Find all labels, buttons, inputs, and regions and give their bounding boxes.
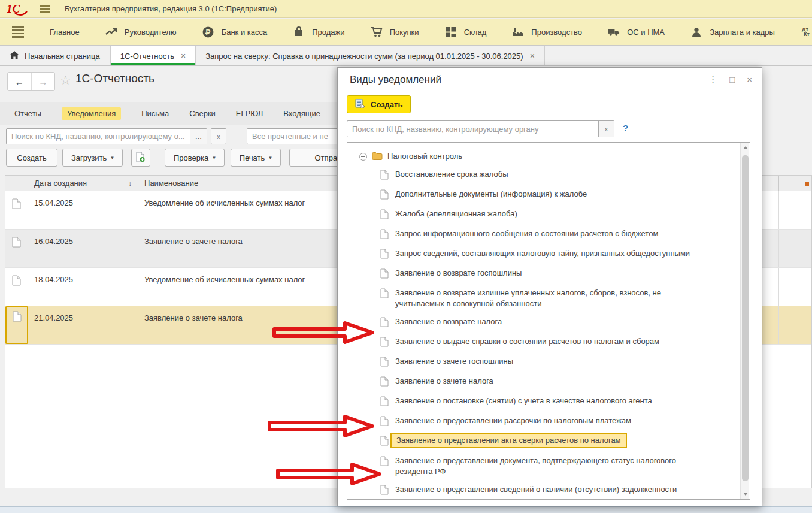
help-link[interactable]: ? [623,123,628,133]
close-icon[interactable]: × [530,51,535,61]
menu-item-pokupki[interactable]: Покупки [371,26,419,38]
scroll-up-icon[interactable] [741,143,750,152]
document-icon [380,288,389,300]
button-label: Создать [371,100,402,109]
notification-type-item[interactable]: Запрос сведений, составляющих налоговую … [347,245,740,264]
menu-item-operations[interactable]: ДтКт [801,27,804,37]
menu-item-glavnoe[interactable]: Главное [50,28,80,37]
button-label: Проверка [174,153,208,162]
notification-type-item[interactable]: Заявление о возврате налога [347,313,740,333]
back-button[interactable]: ← [8,73,31,90]
menu-item-proizvodstvo[interactable]: Производство [512,26,582,38]
notification-type-item[interactable]: Дополнительные документы (информация) к … [347,185,740,205]
notification-type-item[interactable]: Заявление о постановке (снятии) с учета … [347,392,740,412]
notification-type-item[interactable]: Заявление о зачете налога [347,372,740,392]
open-windows-tabbar: Начальная страница 1С-Отчетность × Запро… [0,46,812,66]
menu-item-rukovoditelyu[interactable]: Руководителю [105,26,177,38]
collapse-icon[interactable] [359,153,367,161]
tree-folder-tax-control[interactable]: Налоговый контроль [347,147,740,165]
sections-menubar: Главное Руководителю P Банк и касса Прод… [0,19,812,46]
tab-sverka-request[interactable]: Запрос на сверку: Справка о принадлежнос… [196,46,545,65]
create-button[interactable]: Создать [6,149,57,167]
notification-type-item[interactable]: Заявление о представлении документа, под… [347,452,740,481]
notification-type-item[interactable]: Заявление о возврате госпошлины [347,264,740,284]
dialog-search-input[interactable] [347,121,598,137]
menu-item-prodazhi[interactable]: Продажи [293,26,344,38]
svg-text:1С: 1С [7,2,20,15]
document-icon [380,337,389,349]
notification-type-item[interactable]: Жалоба (апелляционная жалоба) [347,205,740,225]
row-date: 16.04.2025 [28,230,138,267]
tab-pisma[interactable]: Письма [141,109,169,118]
maximize-icon[interactable]: □ [729,74,735,85]
notification-type-item-highlighted[interactable]: Заявление о представлении акта сверки ра… [347,431,740,452]
tab-otchety[interactable]: Отчеты [14,109,41,118]
ruble-icon: P [202,26,214,38]
document-icon [12,198,21,211]
folder-icon [372,152,383,162]
button-label: Печать [240,153,265,162]
menu-label: Банк и касса [222,28,268,37]
document-icon [380,396,389,408]
load-button[interactable]: Загрузить ▾ [62,149,123,167]
favorite-star-icon[interactable]: ☆ [60,73,71,87]
menu-item-os-nma[interactable]: ОС и НМА [608,26,665,38]
notification-type-item[interactable]: Заявление о зачете госпошлины [347,352,740,372]
menu-label: Руководителю [125,28,177,37]
document-icon [13,311,22,324]
dialog-create-button[interactable]: Создать [347,95,411,113]
app-window: 1С Бухгалтерия предприятия, редакция 3.0… [0,0,812,513]
main-menu-icon[interactable] [40,5,50,13]
tab-label: 1С-Отчетность [120,52,174,61]
print-button[interactable]: Печать ▾ [231,149,281,167]
page-title: 1С-Отчетность [75,72,154,85]
notification-types-tree: Налоговый контроль Восстановление срока … [347,143,740,499]
notification-type-item[interactable]: Заявление о возврате излишне уплаченных … [347,284,740,313]
notification-type-item[interactable]: Восстановление срока жалобы [347,165,740,185]
dialog-search-clear-button[interactable]: x [598,121,614,137]
notification-type-item[interactable]: Заявление о выдаче справки о состоянии р… [347,333,740,352]
notification-type-item[interactable]: Заявление о предоставлении рассрочки по … [347,412,740,431]
column-header-date[interactable]: Дата создания [34,179,87,188]
tab-1c-reporting[interactable]: 1С-Отчетность × [110,46,196,65]
check-button[interactable]: Проверка ▾ [165,149,225,167]
truck-icon [608,26,620,38]
tab-sverki[interactable]: Сверки [189,109,216,118]
dialog-list-scrollbar[interactable] [740,143,749,499]
forward-button[interactable]: → [31,73,55,90]
document-icon [380,376,389,388]
row-date: 21.04.2025 [28,306,138,344]
tab-label: Начальная страница [25,52,100,61]
tab-vkhodyashchie[interactable]: Входящие [283,109,320,118]
functions-menu-icon[interactable] [12,26,24,38]
1c-logo: 1С [6,2,28,16]
scroll-down-icon[interactable] [741,490,750,499]
menu-item-bank-kassa[interactable]: P Банк и касса [202,26,268,38]
icon-column-header [5,176,28,191]
dialog-title: Виды уведомлений [350,74,441,86]
load-from-file-button[interactable] [131,149,150,167]
document-icon [380,456,389,468]
close-icon[interactable]: × [181,51,186,61]
scrollbar-thumb[interactable] [742,155,749,481]
notification-types-list: Налоговый контроль Восстановление срока … [347,142,750,500]
menu-item-sklad[interactable]: Склад [445,26,487,38]
search-input[interactable] [7,129,190,144]
tab-egrul[interactable]: ЕГРЮЛ [236,109,263,118]
notification-type-item[interactable]: Запрос информационного сообщения о состо… [347,225,740,245]
close-icon[interactable]: × [747,74,752,85]
column-header-name[interactable]: Наименование [144,179,198,188]
search-more-button[interactable]: ... [190,129,207,144]
dialog-search: x [347,120,614,137]
menu-item-zarplata-kadry[interactable]: Зарплата и кадры [690,26,775,38]
factory-icon [512,26,524,38]
tab-uvedomleniya[interactable]: Уведомления [62,107,121,120]
more-menu-icon[interactable]: ⋮ [708,74,717,85]
search-clear-button[interactable]: x [211,128,226,144]
menu-label: ОС и НМА [627,28,665,37]
tab-home[interactable]: Начальная страница [0,46,110,65]
column-header-extra [760,176,779,191]
bag-icon [293,26,305,38]
notification-type-item[interactable]: Заявление о представлении сведений о нал… [347,481,740,499]
history-nav: ← → [7,72,55,91]
